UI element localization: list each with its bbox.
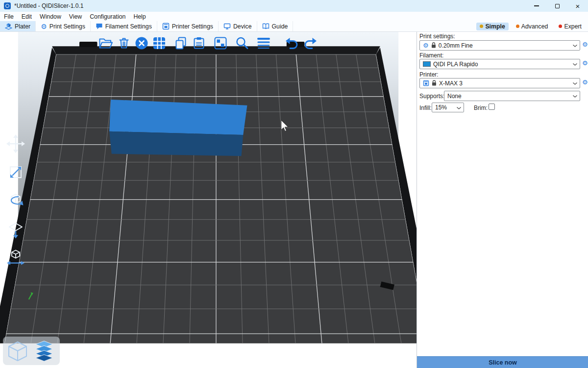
chevron-down-icon: [457, 107, 461, 109]
model-box[interactable]: [109, 100, 247, 156]
split-objects-icon: [213, 36, 228, 51]
menu-item-window[interactable]: Window: [36, 13, 65, 20]
paste-button[interactable]: [191, 35, 207, 52]
gear-icon: ⚙: [41, 23, 47, 30]
supports-combo[interactable]: None: [444, 91, 580, 101]
mode-expert[interactable]: Expert: [555, 23, 585, 30]
filament-combo[interactable]: QIDI PLA Rapido: [419, 59, 580, 69]
paste-icon: [192, 36, 206, 51]
delete-all-button[interactable]: [133, 35, 150, 52]
infill-label: Infill:: [419, 105, 432, 111]
search-button[interactable]: [234, 35, 250, 52]
slice-now-button[interactable]: Slice now: [417, 356, 588, 368]
variable-layer-height-button[interactable]: [255, 35, 272, 52]
mode-advanced[interactable]: Advanced: [513, 23, 552, 30]
infill-value: 15%: [435, 104, 447, 111]
mode-dot: [480, 25, 483, 28]
menu-item-help[interactable]: Help: [129, 13, 149, 20]
viewport-3d[interactable]: [0, 32, 416, 368]
app-icon: [4, 2, 11, 9]
delete-button[interactable]: [116, 35, 132, 52]
guide-icon: [262, 23, 270, 30]
move-tool-button[interactable]: [4, 132, 27, 155]
lock-icon: [431, 42, 436, 49]
print-settings-combo[interactable]: ⚙ 0.20mm Fine: [419, 40, 580, 51]
redo-button[interactable]: [302, 35, 319, 52]
chevron-down-icon: [573, 95, 577, 98]
split-objects-button[interactable]: [212, 35, 229, 52]
close-button[interactable]: ×: [567, 0, 588, 12]
tab-label: Print Settings: [49, 23, 85, 30]
print-settings-label: Print settings:: [419, 33, 455, 40]
mode-simple[interactable]: Simple: [476, 23, 508, 30]
tab-plater[interactable]: Plater: [0, 21, 36, 31]
print-bed: [4, 54, 416, 343]
printer-label: Printer:: [419, 71, 439, 78]
printer-icon: [162, 23, 170, 30]
view-switch-panel: [3, 337, 60, 365]
redo-icon: [303, 36, 318, 51]
gear-icon: ⚙: [423, 42, 429, 49]
window-controls: ×: [526, 0, 588, 12]
qidislicer-window: *Untitled - QIDISlicer-1.0.1 × FileEditW…: [0, 0, 588, 368]
undo-button[interactable]: [283, 35, 300, 52]
undo-icon: [284, 36, 299, 51]
chevron-down-icon: [573, 45, 577, 47]
tab-label: Device: [233, 23, 252, 30]
tab-print-settings[interactable]: ⚙ Print Settings: [36, 21, 91, 31]
menu-item-view[interactable]: View: [65, 13, 86, 20]
tabbar: Plater ⚙ Print Settings Filament Setting…: [0, 21, 588, 32]
delete-all-icon: [134, 36, 149, 51]
editor-3d-view-button[interactable]: [5, 339, 30, 364]
plater-icon: [5, 23, 12, 30]
measure-tool-button[interactable]: [4, 246, 27, 269]
chevron-down-icon: [573, 63, 577, 66]
infill-combo[interactable]: 15%: [432, 103, 464, 112]
open-project-button[interactable]: [97, 35, 114, 52]
tab-label: Guide: [272, 23, 288, 30]
place-on-face-tool-button[interactable]: [4, 218, 27, 240]
printer-gear-button[interactable]: ⚙: [582, 79, 588, 85]
right-sidebar: Print settings: ⚙ 0.20mm Fine ⚙ Filament…: [416, 32, 588, 368]
close-icon: ×: [576, 2, 580, 10]
tab-printer-settings[interactable]: Printer Settings: [157, 21, 219, 31]
bed-clip: [79, 42, 98, 47]
titlebar: *Untitled - QIDISlicer-1.0.1 ×: [0, 0, 588, 12]
printer-combo[interactable]: X-MAX 3: [419, 78, 580, 88]
scale-tool-button[interactable]: [4, 161, 27, 184]
minimize-icon: [534, 5, 539, 6]
mode-label: Simple: [485, 23, 505, 30]
model-top-face[interactable]: [109, 100, 247, 135]
minimize-button[interactable]: [526, 0, 547, 12]
tab-label: Printer Settings: [172, 23, 213, 30]
tab-guide[interactable]: Guide: [257, 21, 294, 31]
print-settings-gear-button[interactable]: ⚙: [582, 41, 588, 48]
printer-icon: [423, 80, 429, 86]
model-front-face[interactable]: [109, 131, 243, 156]
preview-layers-button[interactable]: [31, 339, 57, 364]
copy-icon: [173, 36, 188, 51]
filament-icon: [96, 23, 103, 30]
copy-button[interactable]: [172, 35, 189, 52]
arrange-button[interactable]: [151, 35, 168, 52]
menu-item-edit[interactable]: Edit: [18, 13, 36, 20]
open-project-icon: [98, 36, 113, 51]
menu-item-file[interactable]: File: [0, 13, 18, 20]
filament-label: Filament:: [419, 52, 443, 59]
slice-now-label: Slice now: [489, 359, 517, 366]
filament-gear-button[interactable]: ⚙: [582, 60, 588, 66]
rotate-tool-button[interactable]: [4, 189, 27, 212]
supports-label: Supports:: [419, 93, 444, 100]
menu-item-configuration[interactable]: Configuration: [86, 13, 129, 20]
tab-filament-settings[interactable]: Filament Settings: [91, 21, 157, 31]
move-icon: [6, 134, 25, 154]
mode-switcher: Simple Advanced Expert: [476, 21, 588, 31]
brim-checkbox[interactable]: [489, 104, 495, 110]
mode-dot: [559, 25, 562, 28]
tab-device[interactable]: Device: [219, 21, 257, 31]
printer-value: X-MAX 3: [439, 80, 463, 87]
scene-canvas: [0, 32, 416, 368]
place-on-face-icon: [6, 219, 25, 239]
maximize-button[interactable]: [547, 0, 567, 12]
arrange-icon: [152, 36, 167, 51]
